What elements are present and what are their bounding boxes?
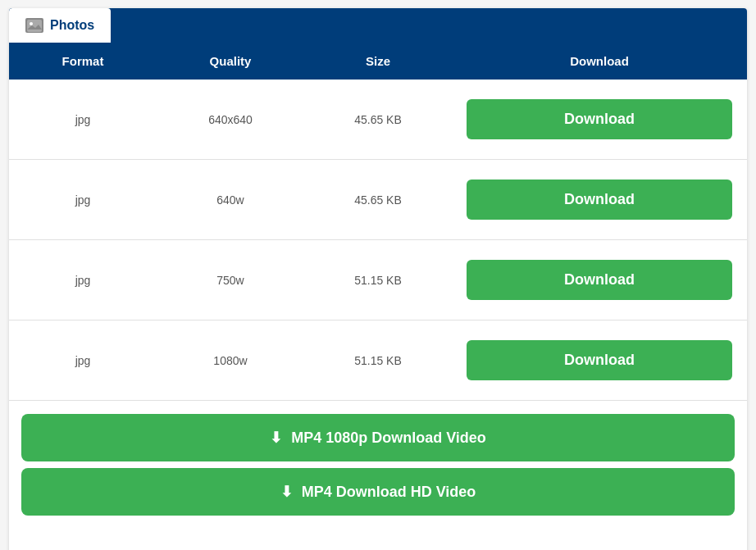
cell-format-2: jpg (9, 261, 157, 300)
download-icon-1: ⬇ (270, 430, 282, 446)
download-button-1[interactable]: Download (467, 180, 732, 220)
download-button-2[interactable]: Download (467, 260, 732, 300)
cell-format-1: jpg (9, 180, 157, 220)
download-button-0[interactable]: Download (467, 99, 732, 139)
photos-icon (25, 18, 43, 33)
cell-quality-2: 750w (157, 261, 304, 300)
mp4-hd-label: MP4 Download HD Video (302, 484, 476, 500)
cell-download-3: Download (452, 320, 747, 400)
tab-photos[interactable]: Photos (9, 8, 111, 43)
cell-download-2: Download (452, 240, 747, 320)
tab-photos-label: Photos (50, 18, 94, 33)
main-container: Photos Format Quality Size Download jpg … (9, 8, 747, 550)
cell-size-1: 45.65 KB (304, 180, 452, 220)
cell-size-2: 51.15 KB (304, 261, 452, 300)
table-row: jpg 750w 51.15 KB Download (9, 240, 747, 320)
cell-format-3: jpg (9, 341, 157, 380)
download-icon-2: ⬇ (280, 484, 293, 500)
table-row: jpg 640x640 45.65 KB Download (9, 80, 747, 160)
header-download: Download (452, 43, 747, 80)
cell-format-0: jpg (9, 100, 157, 139)
table-body: jpg 640x640 45.65 KB Download jpg 640w 4… (9, 80, 747, 401)
cell-quality-0: 640x640 (157, 100, 304, 139)
svg-point-1 (30, 22, 33, 25)
cell-download-1: Download (452, 160, 747, 239)
cell-quality-1: 640w (157, 180, 304, 220)
table-row: jpg 1080w 51.15 KB Download (9, 320, 747, 401)
header-format: Format (9, 43, 157, 80)
cell-quality-3: 1080w (157, 341, 304, 380)
action-section: ⬇ MP4 1080p Download Video ⬇ MP4 Downloa… (9, 401, 747, 532)
mp4-hd-download-button[interactable]: ⬇ MP4 Download HD Video (21, 468, 735, 516)
mp4-1080p-download-button[interactable]: ⬇ MP4 1080p Download Video (21, 414, 735, 461)
tab-row: Photos (9, 8, 747, 43)
download-button-3[interactable]: Download (467, 340, 732, 380)
header-size: Size (304, 43, 452, 80)
cell-size-0: 45.65 KB (304, 100, 452, 139)
convert-section: Convert Another Video (9, 532, 747, 550)
cell-download-0: Download (452, 80, 747, 159)
cell-size-3: 51.15 KB (304, 341, 452, 380)
table-header: Format Quality Size Download (9, 43, 747, 80)
mp4-1080p-label: MP4 1080p Download Video (291, 430, 486, 446)
table-row: jpg 640w 45.65 KB Download (9, 160, 747, 240)
header-quality: Quality (157, 43, 304, 80)
svg-rect-0 (27, 20, 42, 32)
